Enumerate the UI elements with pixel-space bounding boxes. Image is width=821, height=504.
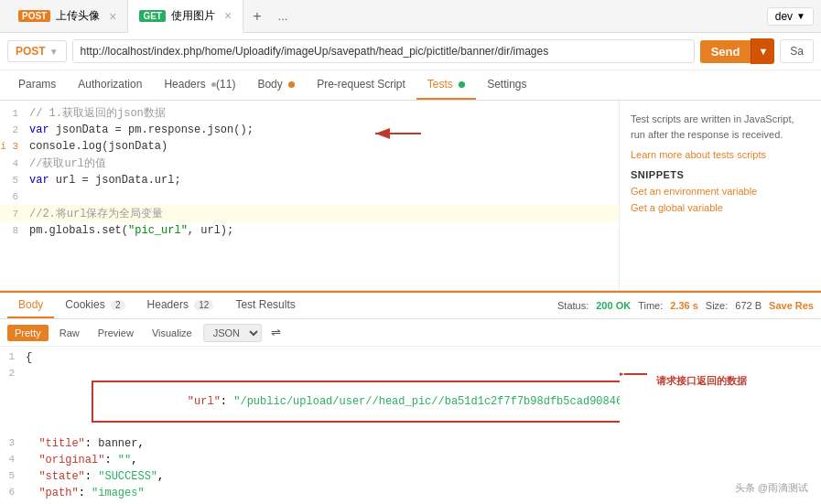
line-num-6: 6 (0, 191, 26, 202)
json-linenum-1: 1 (0, 351, 22, 362)
body-dot (288, 81, 295, 88)
fmt-pretty[interactable]: Pretty (7, 325, 49, 341)
bottom-section: Body Cookies 2 Headers 12 Test Results S… (0, 291, 821, 492)
send-button[interactable]: Send (700, 40, 751, 63)
json-line-4: 4 "original": "", (0, 453, 620, 469)
tab-authorization[interactable]: Authorization (67, 70, 153, 100)
method-badge-get: GET (139, 10, 166, 22)
line-num-5: 5 (0, 175, 26, 186)
method-chevron-icon: ▼ (49, 47, 59, 57)
cookies-badge: 2 (111, 300, 125, 310)
watermark: 头条 @雨滴测试 (729, 479, 814, 497)
line-num-4: 4 (0, 158, 26, 169)
json-content-6: "path": "images" (22, 487, 620, 499)
code-content-4: //获取url的值 (26, 155, 619, 171)
json-line-2: 2 "url": "/public/upload/user//head_pic/… (0, 367, 620, 436)
method-select[interactable]: POST ▼ (7, 40, 67, 62)
json-linenum-6: 6 (0, 487, 22, 498)
json-viewer: 1 { 2 "url": "/public/upload/user//head_… (0, 347, 620, 504)
json-line-6: 6 "path": "images" (0, 486, 620, 502)
env-selector[interactable]: dev ▼ (767, 7, 814, 26)
learn-more-link[interactable]: Learn more about tests scripts (631, 149, 766, 160)
json-linenum-3: 3 (0, 437, 22, 448)
code-content-8: pm.globals.set("pic_url", url); (26, 224, 619, 237)
new-tab-button[interactable]: + (243, 8, 270, 25)
tab-upload-label: 上传头像 (56, 8, 100, 24)
bottom-tab-body[interactable]: Body (7, 293, 54, 318)
time-value: 2.36 s (670, 300, 698, 311)
code-content-2: var jsonData = pm.response.json(); (26, 123, 619, 136)
code-line-8: 8 pm.globals.set("pic_url", url); (0, 222, 619, 239)
save-response-button[interactable]: Save Res (769, 300, 814, 311)
size-label: Size: (706, 300, 728, 311)
status-label: Status: (557, 300, 589, 311)
code-content-7: //2.将url保存为全局变量 (26, 206, 619, 221)
json-linenum-4: 4 (0, 454, 22, 465)
line-num-8: 8 (0, 225, 26, 236)
tab-params[interactable]: Params (7, 70, 67, 100)
json-line-3: 3 "title": banner, (0, 436, 620, 453)
tests-dot (459, 81, 465, 88)
snippets-title: SNIPPETS (631, 169, 810, 180)
wrap-icon[interactable]: ⇌ (265, 323, 286, 342)
tab-overflow-button[interactable]: ... (271, 9, 296, 23)
code-content-1: // 1.获取返回的json数据 (26, 105, 619, 121)
url-input[interactable] (72, 39, 695, 63)
tab-prerequest[interactable]: Pre-request Script (306, 70, 416, 100)
code-line-7: 7 //2.将url保存为全局变量 (0, 205, 619, 222)
code-editor: 1 // 1.获取返回的json数据 2 var jsonData = pm.r… (0, 101, 620, 290)
annotation-label: 请求接口返回的数据 (656, 374, 814, 388)
chevron-down-icon: ▼ (796, 11, 805, 21)
json-content-5: "state": "SUCCESS", (22, 470, 620, 483)
json-content-1: { (22, 351, 620, 364)
tab-close-icon2[interactable]: × (224, 8, 232, 23)
code-line-4: 4 //获取url的值 (0, 155, 619, 172)
fmt-preview[interactable]: Preview (91, 325, 141, 341)
bottom-tab-test-results[interactable]: Test Results (224, 293, 306, 318)
json-content-4: "original": "", (22, 454, 620, 466)
code-content-5: var url = jsonData.url; (26, 174, 619, 187)
url-bar: POST ▼ Send ▼ Sa (0, 33, 821, 70)
format-type-select[interactable]: JSON XML HTML (203, 324, 262, 342)
tab-upload[interactable]: POST 上传头像 × (7, 0, 128, 33)
code-content-3: console.log(jsonData) (26, 140, 619, 153)
json-content-2: "url": "/public/upload/user//head_pic//b… (22, 368, 620, 435)
fmt-raw[interactable]: Raw (52, 325, 87, 341)
code-line-3: i 3 console.log(jsonData) (0, 138, 619, 155)
size-value: 672 B (735, 300, 762, 311)
bottom-nav: Body Cookies 2 Headers 12 Test Results S… (0, 293, 821, 319)
json-line-5: 5 "state": "SUCCESS", (0, 469, 620, 486)
tab-tests[interactable]: Tests (416, 70, 476, 100)
line-num-7: 7 (0, 209, 26, 220)
tab-headers[interactable]: Headers (11) (153, 70, 246, 100)
tab-image[interactable]: GET 使用图片 × (128, 0, 243, 33)
tab-close-icon[interactable]: × (109, 9, 116, 24)
bottom-tab-cookies[interactable]: Cookies 2 (54, 293, 135, 318)
status-bar: Status: 200 OK Time: 2.36 s Size: 672 B … (557, 300, 814, 311)
tab-body[interactable]: Body (246, 70, 306, 100)
line-num-1: 1 (0, 108, 26, 119)
save-button[interactable]: Sa (780, 39, 814, 63)
method-label: POST (16, 45, 46, 58)
send-dropdown-button[interactable]: ▼ (751, 38, 774, 64)
fmt-visualize[interactable]: Visualize (145, 325, 200, 341)
snippet-global-var[interactable]: Get a global variable (631, 202, 810, 213)
json-linenum-2: 2 (0, 368, 22, 379)
tab-bar: POST 上传头像 × GET 使用图片 × + ... dev ▼ (0, 0, 821, 33)
snippet-env-var[interactable]: Get an environment variable (631, 186, 810, 197)
send-group: Send ▼ (700, 38, 775, 64)
code-line-5: 5 var url = jsonData.url; (0, 172, 619, 188)
line-num-3: i 3 (0, 141, 26, 152)
bottom-tab-headers[interactable]: Headers 12 (136, 293, 225, 318)
json-content-3: "title": banner, (22, 437, 620, 450)
headers-badge: 12 (194, 300, 213, 310)
env-label: dev (775, 10, 793, 23)
time-label: Time: (638, 300, 663, 311)
nav-tabs: Params Authorization Headers (11) Body P… (0, 70, 821, 101)
code-line-1: 1 // 1.获取返回的json数据 (0, 104, 619, 122)
right-panel-description: Test scripts are written in JavaScript, … (631, 112, 810, 142)
json-line-1: 1 { (0, 350, 620, 367)
tab-image-label: 使用图片 (171, 8, 215, 24)
tab-settings[interactable]: Settings (476, 70, 537, 100)
method-badge-post: POST (18, 10, 50, 22)
